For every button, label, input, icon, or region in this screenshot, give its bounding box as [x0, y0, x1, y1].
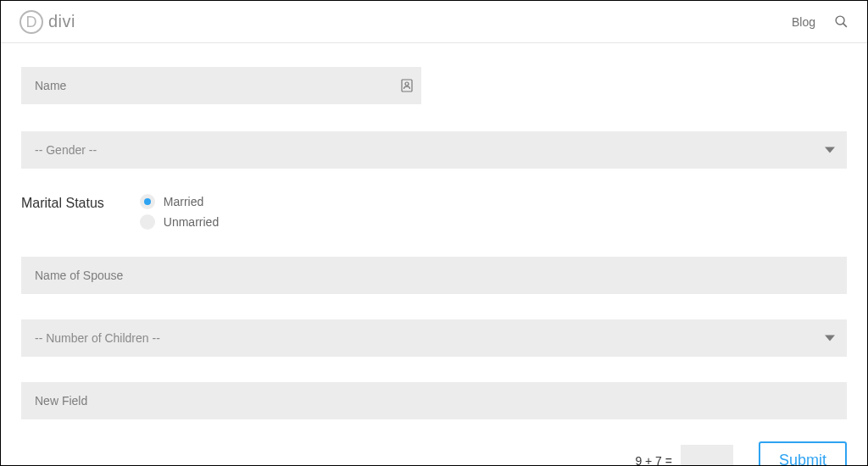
radio-dot-icon: [140, 214, 155, 230]
name-input[interactable]: [21, 67, 421, 104]
newfield-row: [21, 382, 847, 419]
captcha-input[interactable]: [681, 445, 733, 467]
svg-point-3: [405, 82, 409, 86]
contact-card-icon: [401, 79, 413, 92]
children-select[interactable]: -- Number of Children --: [21, 319, 847, 357]
radio-married-label: Married: [164, 195, 203, 208]
search-icon[interactable]: [834, 14, 849, 29]
spouse-name-input[interactable]: [21, 257, 847, 294]
marital-status-group: Marital Status Married Unmarried: [21, 194, 847, 230]
name-row: [21, 67, 421, 104]
header-right: Blog: [792, 14, 849, 29]
submit-button[interactable]: Submit: [759, 441, 847, 466]
app-window: D divi Blog -- Ge: [0, 0, 868, 466]
gender-select[interactable]: -- Gender --: [21, 131, 847, 169]
divi-logo-icon: D: [19, 10, 43, 34]
svg-point-0: [836, 16, 844, 25]
new-field-input[interactable]: [21, 382, 847, 419]
brand-logo[interactable]: D divi: [19, 10, 75, 34]
radio-married[interactable]: Married: [140, 194, 219, 209]
spouse-row: [21, 257, 847, 294]
radio-unmarried[interactable]: Unmarried: [140, 214, 219, 230]
nav-blog-link[interactable]: Blog: [792, 15, 815, 29]
brand-name: divi: [48, 12, 75, 31]
svg-line-1: [843, 24, 847, 27]
chevron-down-icon: [825, 336, 835, 341]
radio-unmarried-label: Unmarried: [164, 215, 219, 229]
captcha-question: 9 + 7 =: [635, 454, 672, 467]
header-bar: D divi Blog: [1, 1, 867, 43]
form-content: -- Gender -- Marital Status Married Unma…: [1, 43, 867, 466]
form-footer: 9 + 7 = Submit: [21, 441, 847, 466]
children-select-display: -- Number of Children --: [21, 319, 847, 357]
gender-select-display: -- Gender --: [21, 131, 847, 169]
radio-dot-icon: [140, 194, 155, 209]
marital-status-label: Marital Status: [21, 194, 104, 211]
chevron-down-icon: [825, 147, 835, 153]
